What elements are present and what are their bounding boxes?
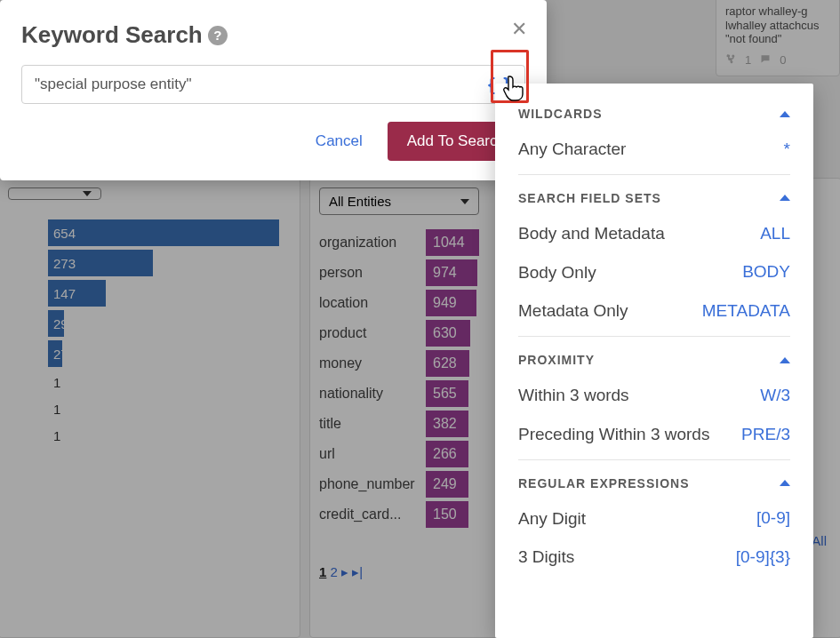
keyword-search-modal: Keyword Search ? ✕ { } Cancel Add To Sea… bbox=[0, 0, 547, 180]
syntax-label: Body Only bbox=[518, 262, 732, 283]
close-icon[interactable]: ✕ bbox=[511, 20, 527, 39]
chevron-up-icon bbox=[780, 111, 790, 117]
modal-title-text: Keyword Search bbox=[21, 21, 203, 49]
syntax-token: * bbox=[773, 140, 790, 159]
keyword-search-input[interactable] bbox=[35, 76, 479, 93]
syntax-section-header[interactable]: WILDCARDS bbox=[518, 96, 790, 130]
modal-title: Keyword Search ? bbox=[21, 21, 525, 49]
search-input-wrap: { } bbox=[21, 65, 525, 104]
syntax-section-title: SEARCH FIELD SETS bbox=[518, 191, 661, 205]
syntax-token: ALL bbox=[749, 224, 790, 243]
syntax-label: 3 Digits bbox=[518, 546, 725, 568]
chevron-up-icon bbox=[780, 357, 790, 363]
syntax-label: Body and Metadata bbox=[518, 223, 749, 244]
syntax-row[interactable]: 3 Digits[0-9]{3} bbox=[518, 538, 790, 577]
syntax-token: BODY bbox=[732, 262, 790, 282]
syntax-section-title: PROXIMITY bbox=[518, 353, 595, 367]
syntax-token: W/3 bbox=[749, 386, 790, 405]
syntax-row[interactable]: Any Character* bbox=[518, 130, 790, 169]
chevron-up-icon bbox=[780, 480, 790, 486]
syntax-section-header[interactable]: PROXIMITY bbox=[518, 342, 790, 376]
syntax-label: Preceding Within 3 words bbox=[518, 424, 731, 445]
syntax-section-title: WILDCARDS bbox=[518, 107, 603, 121]
syntax-row[interactable]: Within 3 wordsW/3 bbox=[518, 376, 790, 415]
syntax-token: PRE/3 bbox=[731, 425, 790, 444]
syntax-label: Metadata Only bbox=[518, 300, 692, 322]
syntax-row[interactable]: Body OnlyBODY bbox=[518, 253, 790, 292]
syntax-section-header[interactable]: REGULAR EXPRESSIONS bbox=[518, 466, 790, 499]
syntax-label: Any Character bbox=[518, 139, 773, 160]
syntax-row[interactable]: Preceding Within 3 wordsPRE/3 bbox=[518, 415, 790, 454]
syntax-row[interactable]: Any Digit[0-9] bbox=[518, 499, 790, 538]
cancel-button[interactable]: Cancel bbox=[303, 124, 375, 159]
syntax-row[interactable]: Body and MetadataALL bbox=[518, 214, 790, 253]
syntax-label: Any Digit bbox=[518, 508, 746, 530]
syntax-token: METADATA bbox=[692, 301, 790, 321]
syntax-row[interactable]: Metadata OnlyMETADATA bbox=[518, 291, 790, 331]
syntax-section-header[interactable]: SEARCH FIELD SETS bbox=[518, 180, 790, 214]
syntax-help-panel: WILDCARDSAny Character*SEARCH FIELD SETS… bbox=[495, 84, 813, 638]
syntax-token: [0-9] bbox=[746, 508, 790, 528]
syntax-token: [0-9]{3} bbox=[725, 547, 790, 567]
syntax-section-title: REGULAR EXPRESSIONS bbox=[518, 476, 689, 490]
syntax-label: Within 3 words bbox=[518, 385, 749, 406]
help-icon[interactable]: ? bbox=[208, 26, 228, 45]
chevron-up-icon bbox=[780, 195, 790, 201]
